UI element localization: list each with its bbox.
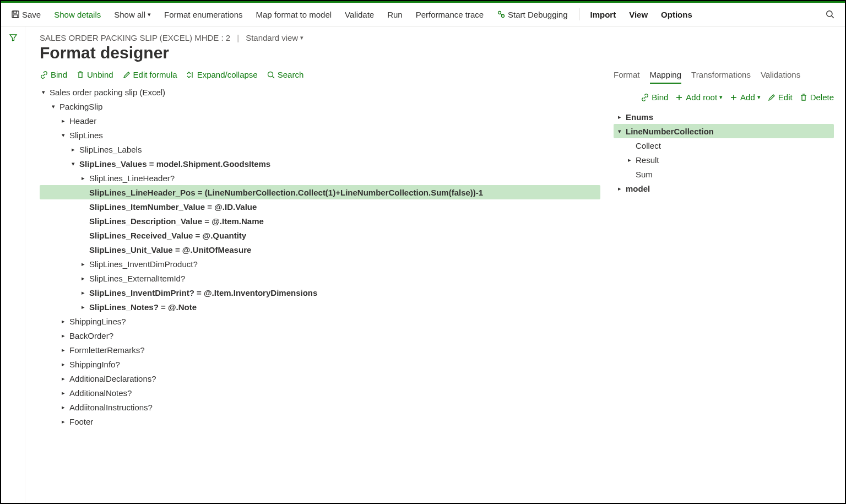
unbind-button[interactable]: Unbind: [76, 70, 113, 79]
tree-node[interactable]: ▸SlipLines_Description_Value = @.Item.Na…: [40, 214, 600, 228]
trash-icon: [76, 71, 85, 79]
performance-trace-button[interactable]: Performance trace: [410, 7, 489, 23]
add-root-button[interactable]: Add root ▾: [675, 93, 723, 102]
options-button[interactable]: Options: [655, 7, 698, 23]
bind-button-right[interactable]: Bind: [641, 93, 668, 102]
save-button[interactable]: Save: [6, 7, 46, 23]
svg-point-3: [498, 12, 501, 14]
view-button[interactable]: View: [623, 7, 653, 23]
right-action-row: Bind Add root ▾ Add ▾ Edit: [614, 93, 834, 102]
trash-icon: [799, 93, 808, 102]
tab-transformations[interactable]: Transformations: [691, 70, 751, 84]
tree-node[interactable]: ▸model: [614, 181, 834, 196]
tree-node[interactable]: ▸SlipLines_InventDimProduct?: [40, 257, 600, 271]
tree-node-selected[interactable]: ▾LineNumberCollection: [614, 124, 834, 138]
breadcrumb-title: SALES ORDER PACKING SLIP (EXCEL) MHDE : …: [40, 33, 230, 42]
page-title: Format designer: [40, 44, 834, 62]
format-enumerations-button[interactable]: Format enumerations: [159, 7, 248, 23]
show-all-button[interactable]: Show all ▾: [109, 7, 156, 23]
tree-node[interactable]: ▸Footer: [40, 414, 600, 429]
svg-rect-1: [13, 11, 17, 13]
tree-node[interactable]: ▸Header: [40, 113, 600, 128]
format-tree: ▾Sales order packing slip (Excel) ▾Packi…: [40, 85, 600, 429]
tree-node[interactable]: ▾SlipLines_Values = model.Shipment.Goods…: [40, 156, 600, 171]
tree-node[interactable]: ▸SlipLines_LineHeader?: [40, 171, 600, 185]
breadcrumb: SALES ORDER PACKING SLIP (EXCEL) MHDE : …: [40, 33, 834, 42]
tree-node[interactable]: ▾PackingSlip: [40, 99, 600, 113]
validate-button[interactable]: Validate: [339, 7, 379, 23]
chevron-down-icon: ▾: [148, 11, 151, 18]
tree-node[interactable]: ▸Result: [614, 153, 834, 167]
pencil-icon: [122, 71, 131, 79]
svg-marker-7: [10, 35, 17, 41]
save-label: Save: [22, 10, 41, 19]
tree-node[interactable]: ▸AdditionalNotes?: [40, 386, 600, 400]
delete-button[interactable]: Delete: [799, 93, 834, 102]
link-icon: [641, 93, 649, 102]
svg-rect-2: [13, 15, 18, 18]
search-icon: [825, 9, 835, 19]
bind-button[interactable]: Bind: [40, 70, 67, 79]
main-toolbar: Save Show details Show all ▾ Format enum…: [1, 3, 845, 26]
tree-node[interactable]: ▸AdditionalDeclarations?: [40, 371, 600, 386]
tree-node-root[interactable]: ▾Sales order packing slip (Excel): [40, 85, 600, 99]
tab-format[interactable]: Format: [614, 70, 640, 84]
tree-node[interactable]: ▾SlipLines: [40, 128, 600, 142]
svg-line-10: [272, 76, 274, 78]
show-details-button[interactable]: Show details: [48, 7, 106, 23]
tab-validations[interactable]: Validations: [761, 70, 800, 84]
pencil-icon: [767, 93, 776, 102]
tree-node[interactable]: ▸SlipLines_ItemNumber_Value = @.ID.Value: [40, 199, 600, 214]
plus-icon: [675, 93, 684, 102]
search-button[interactable]: [820, 6, 840, 23]
search-icon: [267, 71, 275, 79]
tree-node[interactable]: ▸ShippingLines?: [40, 314, 600, 328]
expand-icon: [186, 71, 195, 79]
filter-icon[interactable]: [9, 33, 18, 42]
save-icon: [11, 10, 20, 19]
tree-node[interactable]: ▸SlipLines_Notes? = @.Note: [40, 300, 600, 314]
separator: [579, 8, 579, 20]
tree-node[interactable]: ▸SlipLines_ExternalItemId?: [40, 271, 600, 285]
search-action-button[interactable]: Search: [267, 70, 304, 79]
right-tabs: Format Mapping Transformations Validatio…: [614, 70, 834, 84]
tree-node[interactable]: ▸Enums: [614, 110, 834, 124]
mapping-tree: ▸Enums ▾LineNumberCollection ▸Collect ▸R…: [614, 110, 834, 196]
tree-node[interactable]: ▸Collect: [614, 138, 834, 153]
edit-formula-button[interactable]: Edit formula: [122, 70, 177, 79]
tree-node[interactable]: ▸BackOrder?: [40, 328, 600, 343]
tree-node-selected[interactable]: ▸SlipLines_LineHeader_Pos = (LineNumberC…: [40, 185, 600, 199]
add-button[interactable]: Add ▾: [729, 93, 761, 102]
debug-icon: [497, 10, 506, 19]
chevron-down-icon: ▾: [719, 94, 723, 101]
tree-node[interactable]: ▸Sum: [614, 167, 834, 181]
svg-line-6: [832, 16, 834, 18]
tree-node[interactable]: ▸SlipLines_Unit_Value = @.UnitOfMeasure: [40, 242, 600, 257]
tree-node[interactable]: ▸SlipLines_Received_Value = @.Quantity: [40, 228, 600, 242]
tree-node[interactable]: ▸FormletterRemarks?: [40, 343, 600, 357]
expand-collapse-button[interactable]: Expand/collapse: [186, 70, 258, 79]
chevron-down-icon: ▾: [300, 34, 303, 41]
tree-node[interactable]: ▸ShippingInfo?: [40, 357, 600, 371]
link-icon: [40, 71, 48, 79]
tree-node[interactable]: ▸AddiitonalInstructions?: [40, 400, 600, 414]
tab-mapping[interactable]: Mapping: [650, 70, 682, 84]
tree-node[interactable]: ▸SlipLines_Labels: [40, 142, 600, 156]
map-format-button[interactable]: Map format to model: [251, 7, 338, 23]
svg-point-5: [827, 11, 832, 17]
tree-node[interactable]: ▸SlipLines_InventDimPrint? = @.Item.Inve…: [40, 285, 600, 300]
edit-button[interactable]: Edit: [767, 93, 793, 102]
svg-point-9: [268, 72, 273, 77]
import-button[interactable]: Import: [585, 7, 622, 23]
plus-icon: [729, 93, 738, 102]
start-debugging-button[interactable]: Start Debugging: [491, 7, 573, 23]
svg-point-4: [502, 15, 505, 18]
run-button[interactable]: Run: [382, 7, 408, 23]
chevron-down-icon: ▾: [757, 94, 761, 101]
left-action-row: Bind Unbind Edit formula Expand/collapse: [40, 70, 600, 79]
view-selector[interactable]: Standard view ▾: [246, 33, 303, 42]
left-rail: [1, 26, 25, 503]
